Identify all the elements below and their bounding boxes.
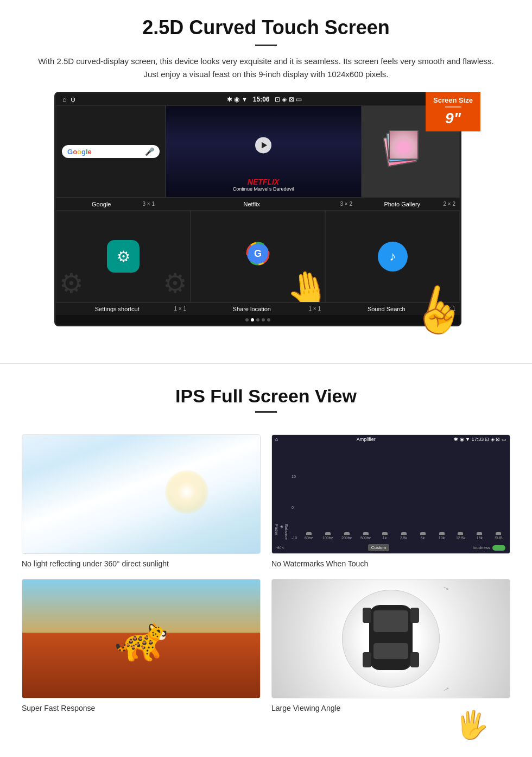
svg-rect-11 bbox=[363, 608, 371, 623]
section1-title: 2.5D Curved Touch Screen bbox=[33, 16, 499, 39]
feature-image-sunlight bbox=[22, 434, 261, 554]
section-divider bbox=[0, 363, 532, 364]
feature-image-cheetah: 🐆 bbox=[22, 579, 261, 698]
maps-icon: G bbox=[246, 242, 270, 272]
badge-divider bbox=[445, 106, 461, 108]
settings-icon-wrap: ⚙ bbox=[107, 240, 140, 273]
music-note-icon: ♪ bbox=[389, 249, 396, 264]
app-label-settings: Settings shortcut 1 × 1 bbox=[56, 303, 191, 315]
screen-size-badge: Screen Size 9" bbox=[426, 92, 480, 131]
app-label-google: Google 3 × 1 bbox=[56, 198, 159, 210]
pagination-dots bbox=[56, 315, 460, 325]
location-icon: ◉ bbox=[234, 96, 239, 103]
volume-icon: ◈ bbox=[282, 96, 287, 103]
app-grid-top: Google 🎤 NETFLIX Co bbox=[56, 105, 460, 198]
amp-home-icon: ⌂ bbox=[275, 437, 278, 442]
feature-image-amplifier: ⌂ Amplifier ✱ ◉ ▼ 17:33 ⊡ ◈ ⊠ ▭ Balance◈… bbox=[271, 434, 510, 554]
app-cell-settings[interactable]: ⚙ ⚙ ⚙ bbox=[56, 210, 191, 302]
home-icon: ⌂ bbox=[62, 96, 66, 103]
app-label-row-2: Settings shortcut 1 × 1 Share location 1… bbox=[56, 302, 460, 315]
status-bar: ⌂ ψ ✱ ◉ ▼ 15:06 ⊡ ◈ ⊠ ▭ bbox=[56, 93, 460, 105]
feature-item-amplifier: ⌂ Amplifier ✱ ◉ ▼ 17:33 ⊡ ◈ ⊠ ▭ Balance◈… bbox=[271, 434, 510, 568]
section-curved-screen: 2.5D Curved Touch Screen With 2.5D curve… bbox=[0, 0, 532, 347]
feature-item-car: → → Large Viewing Angle bbox=[271, 579, 510, 712]
pagination-dot-1 bbox=[245, 318, 249, 321]
pagination-dot-5 bbox=[267, 318, 270, 321]
amp-footer: ≪ < Custom loudness bbox=[272, 542, 510, 553]
badge-title: Screen Size bbox=[433, 96, 473, 104]
amp-body: Balance◈Fader 100-10 60hz 100hz bbox=[272, 444, 510, 542]
amp-title: Amplifier bbox=[357, 437, 376, 442]
amplifier-visual: ⌂ Amplifier ✱ ◉ ▼ 17:33 ⊡ ◈ ⊠ ▭ Balance◈… bbox=[272, 435, 510, 553]
app-grid-bottom: ⚙ ⚙ ⚙ bbox=[56, 210, 460, 302]
wifi-icon: ▼ bbox=[242, 96, 248, 103]
svg-rect-10 bbox=[373, 643, 408, 659]
app-label-sound: Sound Search 1 × 1 bbox=[325, 303, 460, 315]
status-time: 15:06 bbox=[253, 96, 270, 103]
google-logo: Google bbox=[67, 148, 92, 156]
svg-rect-9 bbox=[373, 610, 408, 632]
camera-icon: ⊡ bbox=[275, 96, 280, 103]
app-label-gallery: Photo Gallery 2 × 2 bbox=[357, 198, 460, 210]
section2-divider bbox=[255, 411, 277, 413]
music-icon-wrap: ♪ bbox=[378, 242, 408, 272]
status-bar-left: ⌂ ψ bbox=[62, 96, 75, 103]
pagination-dot-3 bbox=[256, 318, 259, 321]
app-cell-google[interactable]: Google 🎤 bbox=[56, 105, 166, 198]
app-cell-share-location[interactable]: G 🤚 bbox=[191, 210, 325, 302]
svg-rect-14 bbox=[410, 652, 419, 667]
cheetah-visual: 🐆 bbox=[22, 579, 260, 698]
app-label-row-1: Google 3 × 1 Netflix 3 × 2 Photo Gallery… bbox=[56, 198, 460, 210]
feature-caption-cheetah: Super Fast Response bbox=[22, 704, 261, 712]
svg-rect-12 bbox=[410, 608, 419, 623]
app-label-share: Share location 1 × 1 bbox=[191, 303, 325, 315]
car-visual: → → bbox=[272, 579, 510, 698]
custom-btn: Custom bbox=[368, 544, 390, 551]
netflix-subtitle: Continue Marvel's Daredevil bbox=[172, 186, 356, 192]
pagination-dot-4 bbox=[262, 318, 265, 321]
feature-caption-sunlight: No light reflecting under 360° direct su… bbox=[22, 559, 261, 568]
amp-right-icons: ✱ ◉ ▼ 17:33 ⊡ ◈ ⊠ ▭ bbox=[454, 437, 506, 442]
app-label-netflix: Netflix 3 × 2 bbox=[159, 198, 357, 210]
feature-image-car: → → bbox=[271, 579, 510, 698]
feature-item-sunlight: No light reflecting under 360° direct su… bbox=[22, 434, 261, 568]
car-top-view-svg bbox=[358, 594, 423, 681]
section1-divider bbox=[255, 45, 277, 46]
gear-icon: ⚙ bbox=[117, 248, 130, 266]
netflix-logo: NETFLIX bbox=[172, 178, 356, 186]
badge-size: 9" bbox=[433, 110, 473, 127]
loudness-label: loudness bbox=[473, 545, 490, 550]
device-screen: ⌂ ψ ✱ ◉ ▼ 15:06 ⊡ ◈ ⊠ ▭ bbox=[54, 92, 461, 326]
bluetooth-icon: ✱ bbox=[227, 96, 232, 103]
svg-text:G: G bbox=[254, 248, 261, 259]
feature-caption-amplifier: No Watermarks When Touch bbox=[271, 559, 510, 568]
mic-icon[interactable]: 🎤 bbox=[145, 147, 154, 156]
usb-icon: ψ bbox=[71, 96, 75, 103]
section1-description: With 2.5D curved-display screen, this de… bbox=[33, 55, 499, 81]
feature-grid: No light reflecting under 360° direct su… bbox=[0, 434, 532, 729]
sunlight-visual bbox=[22, 435, 260, 553]
screen-icon: ▭ bbox=[296, 96, 302, 103]
app-cell-sound-search[interactable]: ♪ bbox=[325, 210, 460, 302]
svg-rect-13 bbox=[363, 652, 371, 667]
status-bar-center: ✱ ◉ ▼ 15:06 ⊡ ◈ ⊠ ▭ bbox=[227, 96, 302, 103]
google-search-bar[interactable]: Google 🎤 bbox=[62, 145, 160, 158]
netflix-play-button[interactable] bbox=[255, 137, 271, 153]
pagination-dot-2 bbox=[251, 318, 254, 321]
amp-header: ⌂ Amplifier ✱ ◉ ▼ 17:33 ⊡ ◈ ⊠ ▭ bbox=[272, 435, 510, 444]
app-cell-netflix[interactable]: NETFLIX Continue Marvel's Daredevil bbox=[166, 105, 362, 198]
section2-title: IPS Full Screen View bbox=[33, 386, 499, 407]
device-mockup: Screen Size 9" ⌂ ψ ✱ ◉ ▼ 15:06 ⊡ ◈ ⊠ bbox=[54, 92, 478, 326]
section-ips: IPS Full Screen View bbox=[0, 380, 532, 434]
feature-item-cheetah: 🐆 Super Fast Response bbox=[22, 579, 261, 712]
loudness-toggle[interactable] bbox=[492, 545, 505, 551]
battery-icon: ⊠ bbox=[289, 96, 294, 103]
